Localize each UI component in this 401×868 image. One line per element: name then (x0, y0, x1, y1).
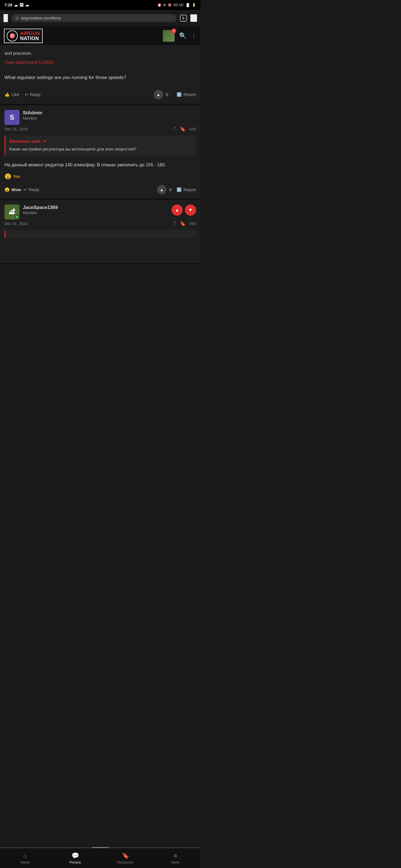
reply-label-49: Reply (29, 187, 39, 192)
stadmin-avatar-letter: S (10, 114, 14, 121)
jacespace-username: JaceSpace1369 (23, 205, 168, 211)
reply-icon-49: ↩ (23, 187, 27, 192)
browser-tab-button[interactable]: 5 (180, 15, 187, 22)
report-icon-49: ℹ️ (176, 187, 182, 192)
logo-nation: NATION (20, 36, 40, 41)
post-50-date: Dec 31, 2024 (4, 221, 28, 226)
like-button-48[interactable]: 👍 Like (4, 92, 19, 97)
post-50-partial-quote (4, 230, 196, 238)
post-49-number: #49 (190, 127, 196, 131)
post-50-user-info: JaceSpace1369 Member (23, 205, 168, 215)
post-49-date-row: Dec 31, 2024 ⤴ 🔖 #49 (0, 125, 200, 132)
post-49-meta-icons: ⤴ 🔖 #49 (173, 126, 196, 132)
like-icon: 👍 (4, 92, 10, 97)
wow-label: Wow (11, 187, 21, 192)
photo-icon: 🖼 (20, 3, 23, 7)
browser-more-button[interactable]: ⋮ (190, 14, 197, 22)
like-label: Like (11, 92, 19, 97)
scroll-up-button[interactable]: ▲ (172, 205, 183, 216)
attachment-link[interactable]: View attachment 524933 (0, 57, 200, 69)
post-50-header: 🏕 JaceSpace1369 Member ▲ ▼ (0, 200, 200, 219)
notification-badge: 2 (171, 28, 176, 33)
vote-up-button-48[interactable]: ▲ (154, 90, 163, 99)
online-indicator (15, 215, 19, 219)
vote-count-49: 0 (167, 187, 174, 192)
browser-bar: ⌂ ⊙ airgunnation.com/threa 5 ⋮ (0, 10, 200, 26)
quote-author-text: EDventure said: (9, 139, 41, 144)
reply-icon-48: ↩ (25, 92, 28, 97)
quote-49-author: EDventure said: ↩ (9, 139, 192, 144)
logo-text: AIRGUN NATION (20, 31, 40, 41)
post-48-question: What regulator settings are you running … (0, 69, 200, 86)
post-49-header: S StAdmin Member (0, 105, 200, 125)
post-48-card: and precision. View attachment 524933 Wh… (0, 45, 200, 105)
logo-airgun: AIRGUN (20, 31, 40, 36)
site-logo[interactable]: 🎯 AIRGUN NATION (4, 29, 42, 43)
report-button-49[interactable]: ℹ️ Report (176, 187, 196, 192)
cloud-icon-2: ☁ (25, 3, 29, 7)
logo-gun: GUN (29, 31, 40, 36)
post-49-date: Dec 31, 2024 (4, 127, 28, 131)
battery-icon: 🔋 (192, 3, 196, 7)
network-label: 5G UC (173, 3, 184, 7)
bookmark-icon-49[interactable]: 🔖 (180, 126, 186, 132)
reply-button-49[interactable]: ↩ Reply (23, 187, 39, 192)
logo-icon: 🎯 (7, 30, 18, 41)
post-49-user-info: StAdmin Member (23, 110, 196, 121)
jacespace-role: Member (23, 211, 168, 215)
logo-air: AIR (20, 31, 29, 36)
alarm-icon: ⏰ (157, 3, 162, 7)
signal-icon: ▐▌ (185, 3, 190, 7)
wow-emoji-btn: 😮 (4, 187, 10, 192)
url-bar[interactable]: ⊙ airgunnation.com/threa (11, 14, 176, 22)
app-header: 🎯 AIRGUN NATION 2 🔍 ⋮ (0, 26, 200, 45)
reaction-you-label: You (13, 174, 20, 179)
cloud-icon-1: ☁ (14, 3, 18, 7)
jacespace-avatar-img: 🏕 (9, 208, 15, 216)
wow-button-49[interactable]: 😮 Wow (4, 187, 21, 192)
report-label-48: Report (183, 92, 196, 97)
search-icon[interactable]: 🔍 (179, 32, 187, 39)
vote-container-48: ▲ 0 (154, 90, 171, 99)
browser-home-button[interactable]: ⌂ (3, 14, 8, 22)
quote-reply-icon: ↩ (43, 139, 47, 144)
status-left: 7:28 ☁ 🖼 ☁ (4, 3, 29, 7)
mute-icon: 🔇 (168, 3, 172, 7)
stadmin-role: Member (23, 116, 196, 121)
post-48-continuation-text: and precision. (0, 45, 200, 57)
share-icon-50[interactable]: ⤴ (173, 221, 176, 226)
post-49-actions: 😮 Wow ↩ Reply ▲ 0 ℹ️ Report (0, 183, 200, 198)
header-right: 2 🔍 ⋮ (163, 30, 197, 42)
vote-count-48: 0 (163, 92, 171, 97)
stadmin-avatar: S (4, 110, 20, 125)
stadmin-username: StAdmin (23, 110, 196, 116)
post-48-actions: 👍 Like ↩ Reply ▲ 0 ℹ️ Report (0, 87, 200, 104)
report-button-48[interactable]: ℹ️ Report (176, 92, 196, 97)
notification-avatar-container[interactable]: 2 (163, 30, 175, 42)
bottom-spacer (0, 238, 200, 263)
scroll-down-button[interactable]: ▼ (185, 205, 196, 216)
vote-up-button-49[interactable]: ▲ (157, 185, 167, 194)
post-50-number: #50 (190, 221, 196, 226)
share-icon-49[interactable]: ⤴ (173, 126, 176, 132)
reply-label-48: Reply (30, 92, 41, 97)
reply-button-48[interactable]: ↩ Reply (25, 92, 41, 97)
status-bar: 7:28 ☁ 🖼 ☁ ⏰ ✲ 🔇 5G UC ▐▌ 🔋 (0, 0, 200, 10)
post-49-body: На данный момент редуктор 140 атмосфер. … (0, 159, 200, 172)
post-50-date-row: Dec 31, 2024 ⤴ 🔖 #50 (0, 219, 200, 227)
quote-49-text: Какие настройки регулятора вы использует… (9, 146, 192, 152)
bluetooth-icon: ✲ (163, 3, 166, 7)
url-security-icon: ⊙ (15, 16, 19, 20)
content-area: and precision. View attachment 524933 Wh… (0, 45, 200, 265)
wow-reaction-emoji: 😮 (4, 173, 11, 180)
post-50-meta-icons: ⤴ 🔖 #50 (173, 221, 196, 227)
time-display: 7:28 (4, 3, 12, 7)
vote-container-49: ▲ 0 (157, 185, 174, 194)
report-icon-48: ℹ️ (176, 92, 182, 97)
bookmark-icon-50[interactable]: 🔖 (180, 221, 186, 227)
report-label-49: Report (183, 187, 196, 192)
post-49-card: S StAdmin Member Dec 31, 2024 ⤴ 🔖 #49 ED… (0, 105, 200, 200)
url-text: airgunnation.com/threa (21, 16, 61, 20)
header-more-icon[interactable]: ⋮ (191, 33, 197, 39)
jacespace-avatar-container: 🏕 (4, 205, 20, 219)
